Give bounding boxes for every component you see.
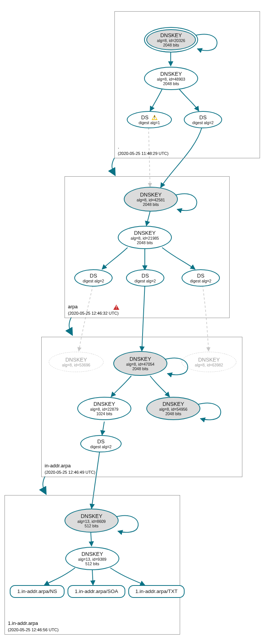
node-title: DNSKEY bbox=[81, 551, 103, 557]
node-detail: 2048 bits bbox=[137, 240, 153, 245]
rrset-label: 1.in-addr.arpa/TXT bbox=[135, 588, 178, 594]
node-inaddr-ksk2: DNSKEY alg=8, id=54956 2048 bits bbox=[146, 397, 200, 420]
node-title: DS bbox=[199, 114, 206, 120]
error-icon: ! bbox=[112, 305, 119, 310]
node-detail: digest alg=2 bbox=[135, 279, 156, 283]
node-title: DNSKEY bbox=[81, 513, 102, 519]
node-detail: digest alg=2 bbox=[190, 279, 212, 283]
node-title: DNSKEY bbox=[198, 357, 220, 363]
node-title: DNSKEY bbox=[162, 401, 184, 407]
node-detail: 2048 bits bbox=[132, 366, 149, 371]
node-title: DS bbox=[141, 273, 149, 279]
node-root-zsk: DNSKEY alg=8, id=48903 2048 bits bbox=[144, 67, 198, 90]
node-detail: 1024 bits bbox=[96, 411, 113, 416]
rrset-ns: 1.in-addr.arpa/NS bbox=[10, 585, 65, 598]
node-root-ds-alg1: DS ! digest alg=1 bbox=[127, 111, 172, 128]
node-detail: 2048 bits bbox=[143, 202, 159, 207]
zone-1-label: 1.in-addr.arpa bbox=[8, 620, 38, 626]
node-detail: digest alg=2 bbox=[192, 120, 214, 125]
node-arpa-ds-left: DS digest alg=2 bbox=[74, 269, 113, 287]
node-title: DNSKEY bbox=[160, 32, 182, 38]
node-arpa-zsk: DNSKEY alg=8, id=21985 2048 bits bbox=[118, 226, 172, 249]
node-title: DS bbox=[197, 273, 204, 279]
node-title: DS bbox=[90, 273, 97, 279]
rrset-txt: 1.in-addr.arpa/TXT bbox=[128, 585, 185, 598]
node-detail: alg=8, id=63982 bbox=[195, 363, 223, 367]
node-title: DS bbox=[97, 438, 104, 444]
zone-1-timestamp: (2020-05-25 12:46:56 UTC) bbox=[8, 627, 59, 632]
node-inaddr-ds: DS digest alg=2 bbox=[80, 435, 122, 452]
node-root-ksk: DNSKEY alg=8, id=20326 2048 bits bbox=[144, 27, 198, 53]
node-inaddr-zsk: DNSKEY alg=8, id=22879 1024 bits bbox=[77, 397, 131, 420]
node-title: DNSKEY bbox=[134, 230, 156, 236]
node-arpa-ds-center: DS digest alg=2 bbox=[126, 269, 164, 287]
node-detail: 512 bits bbox=[85, 524, 99, 528]
node-detail: alg=13, id=8609 bbox=[77, 519, 105, 524]
node-arpa-ksk: DNSKEY alg=8, id=42581 2048 bits bbox=[124, 187, 178, 212]
zone-root-label: . bbox=[118, 144, 119, 150]
rrset-label: 1.in-addr.arpa/NS bbox=[17, 588, 57, 594]
node-detail: alg=8, id=53696 bbox=[62, 363, 90, 367]
node-detail: alg=8, id=47054 bbox=[126, 362, 154, 366]
node-inaddr-ghost-right: DNSKEY alg=8, id=63982 bbox=[182, 352, 236, 372]
ds-label: DS bbox=[141, 114, 148, 120]
node-inaddr-ghost-left: DNSKEY alg=8, id=53696 bbox=[49, 352, 104, 372]
node-detail: alg=8, id=54956 bbox=[159, 407, 187, 411]
zone-in-addr-label: in-addr.arpa bbox=[45, 463, 71, 468]
node-title: DNSKEY bbox=[160, 71, 182, 77]
node-detail: alg=13, id=9389 bbox=[78, 557, 106, 561]
node-title: DNSKEY bbox=[65, 357, 87, 363]
node-root-ds-alg2: DS digest alg=2 bbox=[184, 111, 222, 128]
node-detail: alg=8, id=20326 bbox=[157, 38, 185, 43]
node-one-ksk: DNSKEY alg=13, id=8609 512 bits bbox=[65, 509, 119, 533]
node-detail: digest alg=2 bbox=[83, 279, 104, 283]
node-detail: alg=8, id=21985 bbox=[131, 236, 159, 240]
dnssec-graph: . (2020-05-25 11:48:29 UTC) DNSKEY alg=8… bbox=[0, 0, 269, 644]
node-detail: 512 bits bbox=[86, 561, 99, 566]
node-title: DNSKEY bbox=[129, 356, 151, 362]
node-detail: digest alg=2 bbox=[90, 444, 112, 449]
node-detail: 2048 bits bbox=[163, 81, 179, 86]
node-detail: 2048 bits bbox=[165, 411, 182, 416]
node-arpa-ds-right: DS digest alg=2 bbox=[182, 269, 220, 287]
node-title: DS ! bbox=[141, 114, 157, 120]
node-detail: alg=8, id=42581 bbox=[137, 198, 165, 202]
node-detail: alg=8, id=48903 bbox=[157, 77, 185, 81]
zone-arpa-timestamp: (2020-05-25 12:46:32 UTC) bbox=[68, 311, 119, 315]
node-one-zsk: DNSKEY alg=13, id=9389 512 bits bbox=[65, 547, 119, 570]
warning-icon: ! bbox=[152, 115, 158, 120]
zone-arpa-label: arpa bbox=[68, 304, 78, 309]
node-title: DNSKEY bbox=[140, 192, 162, 198]
node-inaddr-ksk: DNSKEY alg=8, id=47054 2048 bits bbox=[113, 351, 167, 376]
node-title: DNSKEY bbox=[93, 401, 115, 407]
rrset-soa: 1.in-addr.arpa/SOA bbox=[68, 585, 125, 598]
node-detail: digest alg=1 bbox=[139, 120, 160, 125]
node-detail: alg=8, id=22879 bbox=[90, 407, 118, 411]
node-detail: 2048 bits bbox=[163, 43, 179, 47]
rrset-label: 1.in-addr.arpa/SOA bbox=[75, 588, 118, 594]
zone-root-timestamp: (2020-05-25 11:48:29 UTC) bbox=[118, 151, 168, 156]
zone-in-addr-timestamp: (2020-05-25 12:46:49 UTC) bbox=[45, 470, 95, 474]
